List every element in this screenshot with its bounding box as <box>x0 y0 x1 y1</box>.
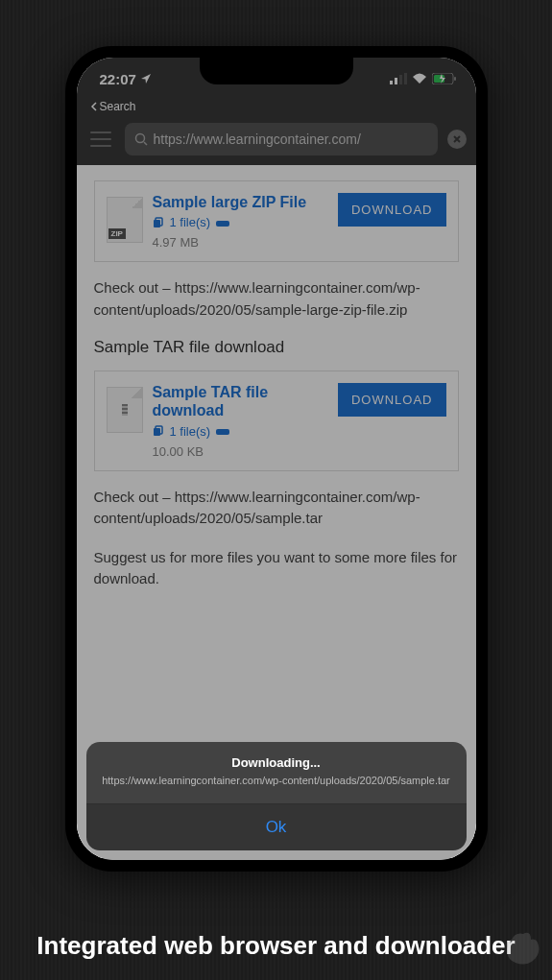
alert-title: Downloading... <box>102 755 451 770</box>
marketing-caption: Integrated web browser and downloader <box>0 930 552 963</box>
phone-frame: 22:07 Search https://www.learningcontain… <box>65 46 488 872</box>
phone-screen: 22:07 Search https://www.learningcontain… <box>77 58 476 860</box>
alert-message: https://www.learningcontainer.com/wp-con… <box>102 774 451 788</box>
watermark-logo <box>494 922 546 974</box>
notch <box>200 58 353 84</box>
download-alert: Downloading... https://www.learningconta… <box>86 742 467 850</box>
alert-ok-button[interactable]: Ok <box>86 804 467 850</box>
modal-backdrop <box>77 58 476 860</box>
